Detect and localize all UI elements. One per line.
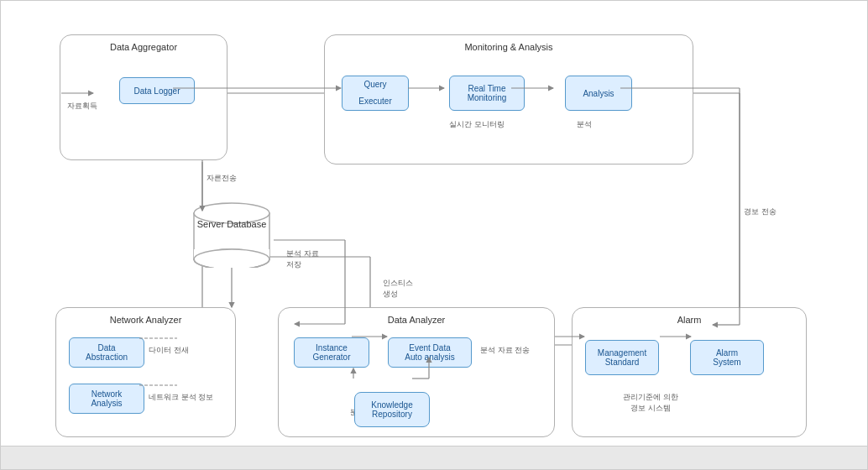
network-analyzer-title: Network Analyzer: [56, 315, 235, 325]
ko-analysis: 분석: [577, 119, 592, 130]
data-abstraction-label: DataAbstraction: [86, 343, 128, 362]
ko-label-fast-transmission: 자른전송: [207, 173, 237, 184]
ko-analysis-transfer: 분석 자료 전송: [480, 345, 530, 356]
network-analysis-node: NetworkAnalysis: [69, 384, 144, 414]
alarm-title: Alarm: [573, 315, 806, 325]
real-time-monitoring-node: Real TimeMonitoring: [449, 76, 525, 111]
event-data-label: Event DataAuto analysis: [405, 343, 454, 362]
ko-label-data-store: 분석 자료저장: [286, 248, 319, 270]
analysis-label: Analysis: [583, 89, 614, 98]
alarm-system-node: AlarmSystem: [690, 340, 764, 375]
data-logger-node: Data Logger: [119, 77, 195, 104]
ko-daiter: 다이터 전새: [149, 345, 189, 356]
instance-generator-node: InstanceGenerator: [294, 337, 369, 368]
data-analyzer-box: Data Analyzer InstanceGenerator Event Da…: [278, 307, 555, 437]
svg-rect-21: [194, 249, 269, 259]
alarm-box: Alarm ManagementStandard AlarmSystem 관리기…: [572, 307, 807, 437]
management-standard-label: ManagementStandard: [598, 348, 646, 367]
ko-network-info: 네트워크 분석 정보: [149, 392, 213, 403]
monitoring-analysis-title: Monitoring & Analysis: [325, 42, 693, 52]
network-analyzer-box: Network Analyzer DataAbstraction 다이터 전새 …: [55, 307, 236, 437]
footer-bar: [1, 446, 867, 469]
server-db-text: Server Database: [197, 219, 267, 229]
network-analysis-label: NetworkAnalysis: [91, 389, 122, 408]
data-aggregator-box: Data Aggregator Data Logger 자료획득: [60, 34, 227, 160]
data-logger-label: Data Logger: [133, 86, 180, 96]
ko-label-instance: 인스티스생성: [383, 278, 413, 300]
ko-alert-transmission: 경보 전송: [744, 206, 776, 217]
diagram-area: Data Aggregator Data Logger 자료획득 자른전송 Mo…: [9, 9, 859, 444]
data-abstraction-node: DataAbstraction: [69, 337, 144, 368]
analysis-node: Analysis: [565, 76, 632, 111]
knowledge-repository-label: KnowledgeRepository: [371, 400, 412, 419]
instance-generator-label: InstanceGenerator: [312, 343, 350, 362]
monitoring-analysis-box: Monitoring & Analysis QueryExecuter Real…: [324, 34, 693, 164]
alarm-system-label: AlarmSystem: [713, 348, 740, 367]
knowledge-repository-node: KnowledgeRepository: [354, 392, 430, 427]
main-container: Data Aggregator Data Logger 자료획득 자른전송 Mo…: [0, 0, 868, 470]
query-executer-node: QueryExecuter: [342, 76, 409, 111]
query-executer-label: QueryExecuter: [358, 76, 391, 110]
real-time-monitoring-label: Real TimeMonitoring: [468, 84, 507, 102]
server-database-cylinder: Server Database: [190, 201, 274, 268]
management-standard-node: ManagementStandard: [585, 340, 659, 375]
ko-label-jaryohwakdeuk: 자료획득: [67, 101, 97, 112]
server-database-label: Server Database: [190, 219, 274, 229]
event-data-node: Event DataAuto analysis: [388, 337, 472, 368]
data-analyzer-title: Data Analyzer: [279, 315, 554, 325]
data-aggregator-title: Data Aggregator: [60, 42, 227, 52]
ko-alarm-system: 관리기준에 의한경보 시스템: [623, 392, 678, 414]
ko-realtime: 실시간 모니터링: [449, 119, 505, 130]
